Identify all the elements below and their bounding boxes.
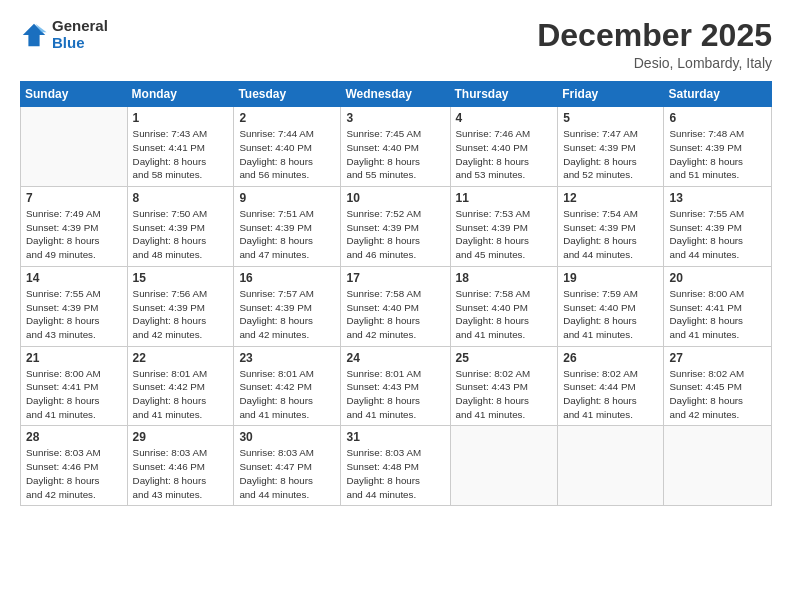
day-info: Sunrise: 7:53 AM Sunset: 4:39 PM Dayligh… [456, 207, 553, 262]
day-number: 28 [26, 430, 122, 444]
header-sunday: Sunday [21, 82, 128, 107]
day-info: Sunrise: 8:02 AM Sunset: 4:44 PM Dayligh… [563, 367, 658, 422]
day-info: Sunrise: 7:59 AM Sunset: 4:40 PM Dayligh… [563, 287, 658, 342]
month-title: December 2025 [537, 18, 772, 53]
day-info: Sunrise: 7:52 AM Sunset: 4:39 PM Dayligh… [346, 207, 444, 262]
table-row: 4Sunrise: 7:46 AM Sunset: 4:40 PM Daylig… [450, 107, 558, 187]
day-number: 25 [456, 351, 553, 365]
calendar-header-row: Sunday Monday Tuesday Wednesday Thursday… [21, 82, 772, 107]
header-saturday: Saturday [664, 82, 772, 107]
day-number: 23 [239, 351, 335, 365]
table-row: 12Sunrise: 7:54 AM Sunset: 4:39 PM Dayli… [558, 187, 664, 267]
table-row: 31Sunrise: 8:03 AM Sunset: 4:48 PM Dayli… [341, 426, 450, 506]
table-row: 11Sunrise: 7:53 AM Sunset: 4:39 PM Dayli… [450, 187, 558, 267]
table-row: 17Sunrise: 7:58 AM Sunset: 4:40 PM Dayli… [341, 266, 450, 346]
day-number: 4 [456, 111, 553, 125]
day-info: Sunrise: 7:47 AM Sunset: 4:39 PM Dayligh… [563, 127, 658, 182]
day-info: Sunrise: 8:03 AM Sunset: 4:46 PM Dayligh… [133, 446, 229, 501]
day-info: Sunrise: 8:01 AM Sunset: 4:43 PM Dayligh… [346, 367, 444, 422]
day-info: Sunrise: 7:44 AM Sunset: 4:40 PM Dayligh… [239, 127, 335, 182]
day-info: Sunrise: 7:54 AM Sunset: 4:39 PM Dayligh… [563, 207, 658, 262]
day-number: 29 [133, 430, 229, 444]
day-info: Sunrise: 7:58 AM Sunset: 4:40 PM Dayligh… [456, 287, 553, 342]
day-info: Sunrise: 8:03 AM Sunset: 4:48 PM Dayligh… [346, 446, 444, 501]
day-number: 14 [26, 271, 122, 285]
table-row: 6Sunrise: 7:48 AM Sunset: 4:39 PM Daylig… [664, 107, 772, 187]
logo-general-text: General [52, 18, 108, 35]
table-row: 28Sunrise: 8:03 AM Sunset: 4:46 PM Dayli… [21, 426, 128, 506]
day-number: 26 [563, 351, 658, 365]
week-row-1: 7Sunrise: 7:49 AM Sunset: 4:39 PM Daylig… [21, 187, 772, 267]
table-row: 18Sunrise: 7:58 AM Sunset: 4:40 PM Dayli… [450, 266, 558, 346]
day-number: 7 [26, 191, 122, 205]
header: General Blue December 2025 Desio, Lombar… [20, 18, 772, 71]
day-info: Sunrise: 8:02 AM Sunset: 4:43 PM Dayligh… [456, 367, 553, 422]
week-row-3: 21Sunrise: 8:00 AM Sunset: 4:41 PM Dayli… [21, 346, 772, 426]
day-number: 18 [456, 271, 553, 285]
table-row [558, 426, 664, 506]
day-info: Sunrise: 8:01 AM Sunset: 4:42 PM Dayligh… [239, 367, 335, 422]
day-number: 16 [239, 271, 335, 285]
table-row: 8Sunrise: 7:50 AM Sunset: 4:39 PM Daylig… [127, 187, 234, 267]
table-row: 7Sunrise: 7:49 AM Sunset: 4:39 PM Daylig… [21, 187, 128, 267]
day-number: 30 [239, 430, 335, 444]
day-number: 11 [456, 191, 553, 205]
day-number: 21 [26, 351, 122, 365]
table-row: 15Sunrise: 7:56 AM Sunset: 4:39 PM Dayli… [127, 266, 234, 346]
day-number: 5 [563, 111, 658, 125]
svg-marker-0 [23, 23, 45, 45]
table-row: 22Sunrise: 8:01 AM Sunset: 4:42 PM Dayli… [127, 346, 234, 426]
table-row: 5Sunrise: 7:47 AM Sunset: 4:39 PM Daylig… [558, 107, 664, 187]
day-number: 19 [563, 271, 658, 285]
table-row: 13Sunrise: 7:55 AM Sunset: 4:39 PM Dayli… [664, 187, 772, 267]
day-number: 12 [563, 191, 658, 205]
day-info: Sunrise: 8:03 AM Sunset: 4:46 PM Dayligh… [26, 446, 122, 501]
day-number: 10 [346, 191, 444, 205]
day-info: Sunrise: 8:01 AM Sunset: 4:42 PM Dayligh… [133, 367, 229, 422]
header-friday: Friday [558, 82, 664, 107]
day-number: 20 [669, 271, 766, 285]
table-row: 16Sunrise: 7:57 AM Sunset: 4:39 PM Dayli… [234, 266, 341, 346]
logo-icon [20, 21, 48, 49]
week-row-2: 14Sunrise: 7:55 AM Sunset: 4:39 PM Dayli… [21, 266, 772, 346]
location: Desio, Lombardy, Italy [537, 55, 772, 71]
page: General Blue December 2025 Desio, Lombar… [0, 0, 792, 612]
day-info: Sunrise: 7:57 AM Sunset: 4:39 PM Dayligh… [239, 287, 335, 342]
table-row: 14Sunrise: 7:55 AM Sunset: 4:39 PM Dayli… [21, 266, 128, 346]
day-number: 8 [133, 191, 229, 205]
logo: General Blue [20, 18, 108, 51]
header-monday: Monday [127, 82, 234, 107]
day-number: 6 [669, 111, 766, 125]
week-row-0: 1Sunrise: 7:43 AM Sunset: 4:41 PM Daylig… [21, 107, 772, 187]
day-number: 9 [239, 191, 335, 205]
table-row: 24Sunrise: 8:01 AM Sunset: 4:43 PM Dayli… [341, 346, 450, 426]
day-number: 15 [133, 271, 229, 285]
week-row-4: 28Sunrise: 8:03 AM Sunset: 4:46 PM Dayli… [21, 426, 772, 506]
table-row: 2Sunrise: 7:44 AM Sunset: 4:40 PM Daylig… [234, 107, 341, 187]
table-row [21, 107, 128, 187]
table-row: 1Sunrise: 7:43 AM Sunset: 4:41 PM Daylig… [127, 107, 234, 187]
day-number: 2 [239, 111, 335, 125]
table-row: 20Sunrise: 8:00 AM Sunset: 4:41 PM Dayli… [664, 266, 772, 346]
day-number: 13 [669, 191, 766, 205]
day-info: Sunrise: 7:51 AM Sunset: 4:39 PM Dayligh… [239, 207, 335, 262]
day-info: Sunrise: 7:48 AM Sunset: 4:39 PM Dayligh… [669, 127, 766, 182]
day-info: Sunrise: 8:00 AM Sunset: 4:41 PM Dayligh… [26, 367, 122, 422]
table-row: 21Sunrise: 8:00 AM Sunset: 4:41 PM Dayli… [21, 346, 128, 426]
table-row: 30Sunrise: 8:03 AM Sunset: 4:47 PM Dayli… [234, 426, 341, 506]
table-row: 27Sunrise: 8:02 AM Sunset: 4:45 PM Dayli… [664, 346, 772, 426]
table-row [450, 426, 558, 506]
day-info: Sunrise: 7:50 AM Sunset: 4:39 PM Dayligh… [133, 207, 229, 262]
table-row: 19Sunrise: 7:59 AM Sunset: 4:40 PM Dayli… [558, 266, 664, 346]
calendar: Sunday Monday Tuesday Wednesday Thursday… [20, 81, 772, 506]
day-number: 22 [133, 351, 229, 365]
table-row: 26Sunrise: 8:02 AM Sunset: 4:44 PM Dayli… [558, 346, 664, 426]
table-row: 25Sunrise: 8:02 AM Sunset: 4:43 PM Dayli… [450, 346, 558, 426]
day-number: 3 [346, 111, 444, 125]
day-info: Sunrise: 8:02 AM Sunset: 4:45 PM Dayligh… [669, 367, 766, 422]
table-row: 29Sunrise: 8:03 AM Sunset: 4:46 PM Dayli… [127, 426, 234, 506]
day-info: Sunrise: 7:46 AM Sunset: 4:40 PM Dayligh… [456, 127, 553, 182]
table-row [664, 426, 772, 506]
table-row: 10Sunrise: 7:52 AM Sunset: 4:39 PM Dayli… [341, 187, 450, 267]
logo-text: General Blue [52, 18, 108, 51]
